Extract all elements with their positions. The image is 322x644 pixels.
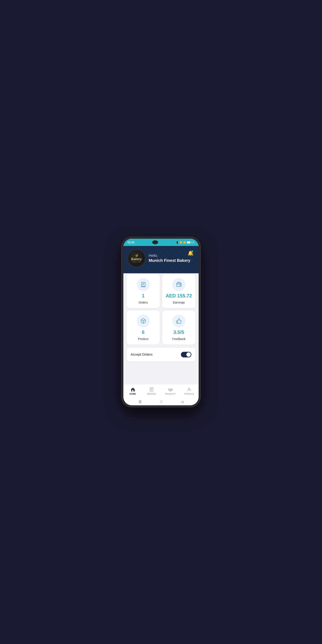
svg-rect-4 [176,283,181,286]
orders-value: 1 [142,293,144,299]
nav-profile-label: PROFILE [184,393,194,395]
signal-icon: 📶 [183,241,186,244]
box-icon [140,318,146,324]
nav-orders-label: ORDERS [147,393,156,395]
product-label: Product [138,337,148,340]
android-nav-bar: ☰ □ ◁ [123,398,199,405]
feedback-card[interactable]: 3.5/5 Feedback [162,310,196,344]
bottom-nav: HOME ORDERS PRODUCT PROFIL [123,384,199,398]
feedback-icon-circle [172,314,185,328]
accept-orders-section: Accept Orders [126,348,196,362]
orders-icon-circle [137,278,150,291]
thumbsup-icon [176,318,182,324]
product-nav-icon [168,387,173,392]
earnings-value: AED 155.72 [166,293,192,299]
header-section: 🌾 Bakery SINCE 1980 Hello, Munich Finest… [123,246,199,273]
nav-orders[interactable]: ORDERS [142,386,161,397]
wheat-decoration: 🌾 [135,254,138,257]
main-content: 1 Orders AED 155.72 Earnings [123,271,199,384]
svg-rect-7 [132,390,134,392]
android-back-btn[interactable]: ◁ [181,400,183,404]
notification-button[interactable]: 🔔 [186,249,194,257]
bakery-logo: 🌾 Bakery SINCE 1980 [128,249,146,267]
product-value: 6 [142,330,144,335]
status-bar: 12:41 📳 📶 📶 21 [123,239,199,246]
earnings-icon-circle [172,278,185,291]
receipt-icon [140,282,146,288]
nav-home-label: HOME [130,393,136,395]
wallet-icon [176,282,182,288]
product-icon-circle [137,314,150,328]
toggle-knob [186,352,191,357]
camera-dot [154,241,156,243]
feedback-label: Feedback [172,337,186,340]
camera-notch [152,240,158,244]
svg-point-15 [188,388,190,390]
status-time: 12:41 [128,241,135,244]
nav-profile[interactable]: PROFILE [180,386,199,397]
notification-dot [192,250,194,252]
home-icon [130,387,135,392]
orders-nav-icon [149,387,154,392]
android-menu-btn[interactable]: ☰ [139,400,142,404]
orders-label: Orders [139,301,148,304]
battery-level: 21 [192,241,194,244]
accept-orders-toggle[interactable] [181,352,192,358]
feedback-value: 3.5/5 [174,330,184,335]
accept-orders-label: Accept Orders [130,352,152,356]
nav-home[interactable]: HOME [123,386,142,397]
stats-grid: 1 Orders AED 155.72 Earnings [123,271,199,344]
earnings-label: Earnings [173,301,185,304]
status-icons: 📳 📶 📶 21 [176,241,194,244]
logo-since-text: SINCE 1980 [132,261,141,262]
wifi-icon: 📶 [180,241,182,244]
vibrate-icon: 📳 [176,241,179,244]
phone-frame: 12:41 📳 📶 📶 21 🌾 Bakery SINCE 19 [122,237,200,407]
nav-product-label: PRODUCT [165,393,176,395]
nav-product[interactable]: PRODUCT [161,386,180,397]
product-card[interactable]: 6 Product [126,310,160,344]
android-home-btn[interactable]: □ [160,400,162,404]
battery-icon [187,241,192,244]
svg-rect-14 [169,390,172,391]
logo-bakery-text: Bakery [131,258,142,261]
profile-nav-icon [187,387,192,392]
svg-point-5 [180,285,180,286]
orders-card[interactable]: 1 Orders [126,274,160,308]
earnings-card[interactable]: AED 155.72 Earnings [162,274,196,308]
bakery-name: Munich Finest Bakery [149,258,194,263]
